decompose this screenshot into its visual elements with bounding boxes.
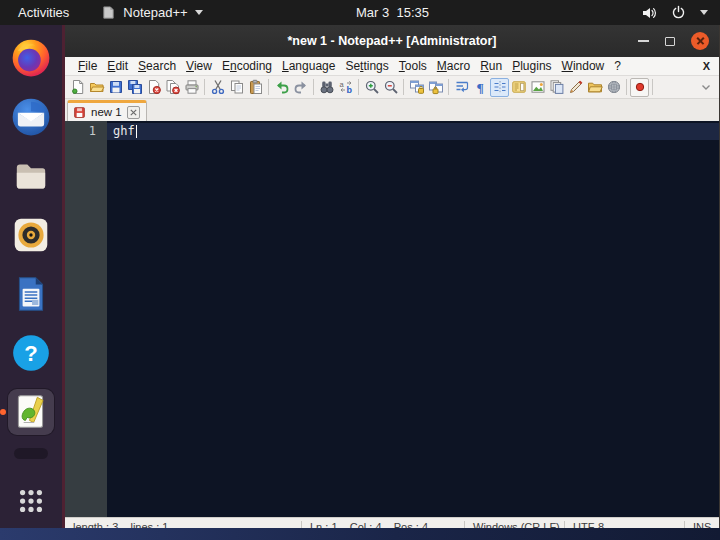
paste-icon xyxy=(248,79,264,95)
word-wrap-button[interactable] xyxy=(452,78,471,97)
menu-language[interactable]: Language xyxy=(277,58,340,74)
tab-new-1[interactable]: new 1 xyxy=(67,100,147,121)
menu-tools[interactable]: Tools xyxy=(394,58,432,74)
menu-view[interactable]: View xyxy=(181,58,217,74)
record-macro-icon xyxy=(632,79,648,95)
redo-icon xyxy=(293,79,309,95)
app-menu[interactable]: Notepad++ xyxy=(101,5,202,20)
close-icon xyxy=(129,108,138,117)
menu-search[interactable]: Search xyxy=(133,58,181,74)
close-button[interactable] xyxy=(691,32,709,50)
close-icon xyxy=(146,79,162,95)
editor-area[interactable]: 1ghf xyxy=(65,121,719,517)
undo-button[interactable] xyxy=(272,78,291,97)
sync-vertical-scroll-icon xyxy=(409,79,425,95)
tab-bar: new 1 xyxy=(65,99,719,121)
line-number-gutter xyxy=(65,121,107,517)
clock[interactable]: Mar 3 15:35 xyxy=(356,0,429,25)
toolbar-separator xyxy=(358,79,359,95)
toolbar-separator xyxy=(313,79,314,95)
print-button[interactable] xyxy=(182,78,201,97)
svg-text:a: a xyxy=(339,80,344,89)
menu-edit[interactable]: Edit xyxy=(102,58,133,74)
dock-item-show-applications[interactable] xyxy=(8,478,54,524)
menu-settings[interactable]: Settings xyxy=(340,58,393,74)
function-list-icon xyxy=(530,79,546,95)
close-all-button[interactable] xyxy=(163,78,182,97)
save-button[interactable] xyxy=(106,78,125,97)
system-tray[interactable] xyxy=(641,5,708,21)
cut-button[interactable] xyxy=(208,78,227,97)
find-button[interactable] xyxy=(317,78,336,97)
open-file-button[interactable] xyxy=(87,78,106,97)
show-all-characters-button[interactable]: ¶ xyxy=(471,78,490,97)
svg-text:b: b xyxy=(346,85,352,95)
sync-horizontal-scroll-button[interactable] xyxy=(426,78,445,97)
dock-item-notepad-plus-plus[interactable] xyxy=(8,389,54,435)
document-map-button[interactable] xyxy=(509,78,528,97)
code-rows: 1ghf xyxy=(65,123,719,140)
menu-items: FileEditSearchViewEncodingLanguageSettin… xyxy=(73,58,626,74)
tab-close-button[interactable] xyxy=(127,106,140,119)
window-title: *new 1 - Notepad++ [Administrator] xyxy=(65,25,719,57)
record-macro-button[interactable] xyxy=(630,78,649,97)
maximize-button[interactable] xyxy=(665,37,675,46)
copy-button[interactable] xyxy=(227,78,246,97)
volume-icon xyxy=(641,5,657,21)
function-list-button[interactable] xyxy=(528,78,547,97)
toolbar-separator xyxy=(403,79,404,95)
show-indent-guide-button[interactable] xyxy=(490,78,509,97)
title-bar[interactable]: *new 1 - Notepad++ [Administrator] xyxy=(65,25,719,57)
toolbar-overflow-button[interactable] xyxy=(696,78,715,97)
user-defined-language-button[interactable] xyxy=(566,78,585,97)
redo-button[interactable] xyxy=(291,78,310,97)
line-number: 1 xyxy=(65,123,107,140)
toolbar-separator xyxy=(204,79,205,95)
zoom-out-button[interactable] xyxy=(381,78,400,97)
desktop-screen: Activities Notepad++ Mar 3 15:35 ? *new … xyxy=(0,0,720,540)
sync-vertical-scroll-button[interactable] xyxy=(407,78,426,97)
close-all-icon xyxy=(165,79,181,95)
menu-file[interactable]: File xyxy=(73,58,102,74)
dock-item-libreoffice-writer[interactable] xyxy=(8,271,54,317)
dock-item-thunderbird[interactable] xyxy=(8,94,54,140)
folder-as-workspace-button[interactable] xyxy=(585,78,604,97)
menu-plugins[interactable]: Plugins xyxy=(507,58,556,74)
replace-button[interactable]: ab xyxy=(336,78,355,97)
minimize-button[interactable] xyxy=(638,40,649,42)
menu-help[interactable]: ? xyxy=(609,58,626,74)
monitoring-button[interactable] xyxy=(604,78,623,97)
activities-button[interactable]: Activities xyxy=(14,5,73,20)
cut-icon xyxy=(210,79,226,95)
paste-button[interactable] xyxy=(246,78,265,97)
menu-window[interactable]: Window xyxy=(557,58,610,74)
unsaved-indicator-icon xyxy=(73,106,86,119)
menu-run[interactable]: Run xyxy=(475,58,507,74)
dock-item-firefox[interactable] xyxy=(8,35,54,81)
document-list-button[interactable] xyxy=(547,78,566,97)
toolbar: ab¶ xyxy=(65,76,719,99)
zoom-in-button[interactable] xyxy=(362,78,381,97)
open-file-icon xyxy=(89,79,105,95)
zoom-in-icon xyxy=(364,79,380,95)
rhythmbox-icon xyxy=(10,214,52,256)
menubar-close-button[interactable]: X xyxy=(703,60,710,72)
svg-text:¶: ¶ xyxy=(476,80,483,95)
save-all-button[interactable] xyxy=(125,78,144,97)
menu-macro[interactable]: Macro xyxy=(432,58,475,74)
editor-line-body[interactable]: ghf xyxy=(107,123,719,140)
user-defined-language-icon xyxy=(568,79,584,95)
dock: ? xyxy=(0,25,62,528)
menu-encoding[interactable]: Encoding xyxy=(217,58,277,74)
document-map-icon xyxy=(511,79,527,95)
dock-item-files[interactable] xyxy=(8,153,54,199)
show-applications-icon xyxy=(10,480,52,522)
dock-item-rhythmbox[interactable] xyxy=(8,212,54,258)
dock-item-help[interactable]: ? xyxy=(8,330,54,376)
bottom-strip xyxy=(0,528,720,540)
close-button[interactable] xyxy=(144,78,163,97)
show-indent-guide-icon xyxy=(492,79,508,95)
editor-text: ghf xyxy=(113,123,135,140)
new-file-button[interactable] xyxy=(68,78,87,97)
sync-horizontal-scroll-icon xyxy=(428,79,444,95)
